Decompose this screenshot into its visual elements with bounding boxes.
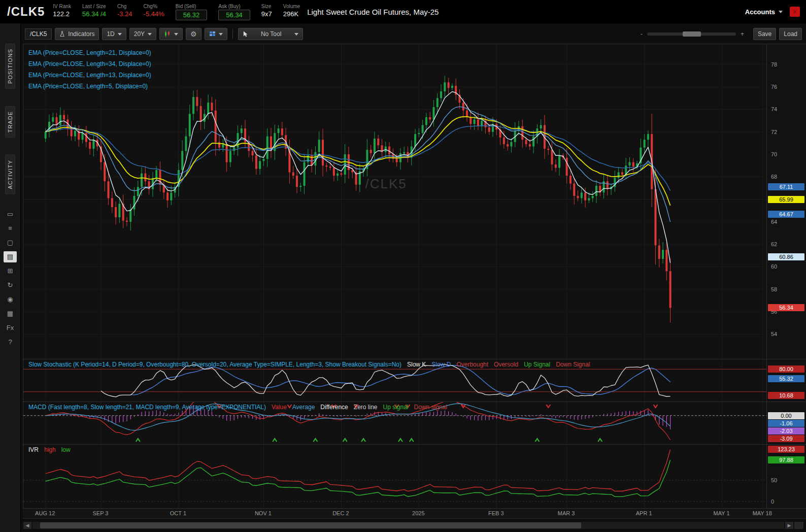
macd-down-signal-arrow [395,405,399,408]
macd-up-signal-arrow [343,439,347,442]
last-size-value: 56.34 /4 [82,10,106,18]
macd-axis-badge: 0.00 [768,412,804,419]
stochastic-axis[interactable]: 80.0055.3210.68 [766,359,806,402]
time-axis-label: MAR 3 [558,510,575,516]
macd-down-signal-arrow [406,405,410,408]
flask-icon [59,31,65,37]
macd-up-signal-arrow [136,439,140,442]
macd-axis-badge: -2.03 [768,427,804,435]
header-field-size: Size9x7 [261,3,272,18]
quote-header: /CLK5 IV Rank122.2Last / Size56.34 /4Chg… [0,0,806,23]
macd-down-signal-arrow [332,405,336,408]
stochastic-axis-badge: 80.00 [768,365,804,373]
candlestick-icon [164,31,171,37]
ivr-canvas[interactable] [23,445,766,508]
ask-buy-value[interactable]: 56.34 [218,10,250,20]
header-field-chg: Chg%-5.44% [144,3,164,18]
chart-settings-button[interactable]: ⚙ [186,28,202,40]
scroll-right-button[interactable]: ▶ [785,522,793,529]
left-sidebar: POSITIONSTRADEACTIVITY ▭≡▢▤⊞↻◉▦Fx? [0,23,21,532]
zoom-in-button[interactable]: + [741,30,744,38]
chevron-down-icon [779,11,783,13]
toolbar-separator [232,29,233,39]
zoom-control: - + [641,30,744,38]
stochastic-canvas[interactable] [23,359,766,402]
header-field-iv-rank: IV Rank122.2 [53,3,71,18]
accounts-menu[interactable]: Accounts [745,8,783,16]
price-axis-badge: 60.86 [768,253,804,260]
macd-canvas[interactable] [23,402,766,444]
ivr-panel: IVRhighlow 500123.2397.88 [23,445,806,509]
range-dropdown[interactable]: 20Y [129,28,156,40]
zoom-slider-thumb[interactable] [683,31,701,37]
price-axis-badge: 56.34 [768,304,804,311]
scrollbar-track[interactable] [32,522,784,529]
indicators-button[interactable]: Indicators [55,28,99,40]
macd-up-signal-arrow [313,439,317,442]
sidebar-tab-positions[interactable]: POSITIONS [5,44,15,89]
ivr-axis-badge: 123.23 [768,446,804,453]
aggregation-dropdown[interactable]: 1D [102,28,126,40]
instrument-description: Light Sweet Crude Oil Futures, May-25 [307,8,439,16]
chart-style-dropdown[interactable] [159,28,183,40]
price-axis-tick: 64 [771,219,777,225]
notification-badge[interactable]: ✕ [790,7,800,17]
price-axis[interactable]: 78767472706864626058565467.1165.9964.676… [766,44,806,359]
time-axis-label: AUG 12 [35,510,55,516]
horizontal-scrollbar: ◀ ▶ [23,520,803,531]
scroll-left-button[interactable]: ◀ [23,522,31,529]
grid-layout-dropdown[interactable] [205,28,227,40]
header-field-volume: Volume296K [283,3,300,18]
time-axis-label: MAY 18 [753,510,772,516]
macd-down-signal-arrow [653,405,657,408]
bid-sell-value[interactable]: 56.32 [176,10,208,20]
sidebar-tabs: POSITIONSTRADEACTIVITY [5,44,15,194]
sidebar-tab-activity[interactable]: ACTIVITY [5,155,15,194]
macd-up-signal-arrow [535,439,539,442]
quote-fields: IV Rank122.2Last / Size56.34 /4Chg-3.24C… [53,3,300,20]
time-axis-label: DEC 2 [332,510,349,516]
macd-axis-badge: -1.06 [768,420,804,427]
calendar-icon[interactable]: ▦ [4,308,17,319]
save-button[interactable]: Save [753,28,776,40]
price-axis-tick: 70 [771,151,777,157]
history-icon[interactable]: ↻ [4,280,17,291]
help-icon[interactable]: ? [4,337,17,348]
ivr-axis-tick: 50 [771,477,777,483]
chevron-down-icon [174,33,178,36]
price-axis-tick: 58 [771,286,777,292]
scrollbar-thumb[interactable] [40,522,581,528]
sidebar-tab-trade[interactable]: TRADE [5,106,15,138]
load-button[interactable]: Load [779,28,802,40]
community-icon[interactable]: ◉ [4,294,17,305]
price-axis-tick: 74 [771,106,777,112]
monitor-icon[interactable]: ▭ [4,209,17,220]
price-axis-tick: 54 [771,331,777,337]
time-axis[interactable]: AUG 12SEP 3OCT 1NOV 1DEC 22025FEB 3MAR 3… [23,509,806,519]
charts-icon[interactable]: ▤ [4,251,17,262]
price-axis-tick: 68 [771,174,777,180]
time-axis-label: SEP 3 [92,510,108,516]
tv-icon[interactable]: ▢ [4,237,17,248]
watchlist-icon[interactable]: ≡ [4,223,17,234]
time-axis-label: NOV 1 [255,510,272,516]
time-axis-label: APR 1 [636,510,652,516]
chg-value: -5.44% [144,10,164,18]
price-axis-tick: 72 [771,129,777,135]
fx-icon[interactable]: Fx [4,322,17,334]
chart-toolbar: /CLK5 Indicators 1D 20Y [23,26,804,42]
zoom-out-button[interactable]: - [641,30,643,38]
stochastic-axis-badge: 10.68 [768,392,804,399]
accounts-label: Accounts [745,8,775,16]
drawing-tool-dropdown[interactable]: No Tool [238,28,303,40]
gear-icon: ⚙ [190,30,197,38]
stochastic-axis-badge: 55.32 [768,375,804,382]
macd-axis[interactable]: 0.00-1.06-2.03-3.09 [766,402,806,444]
macd-up-signal-arrow [273,439,277,442]
volume-value: 296K [283,10,300,18]
macd-up-signal-arrow [598,439,602,442]
apps-grid-icon[interactable]: ⊞ [4,265,17,277]
zoom-slider[interactable] [647,32,736,36]
ivr-axis[interactable]: 500123.2397.88 [766,445,806,508]
price-chart-canvas[interactable] [23,44,766,359]
